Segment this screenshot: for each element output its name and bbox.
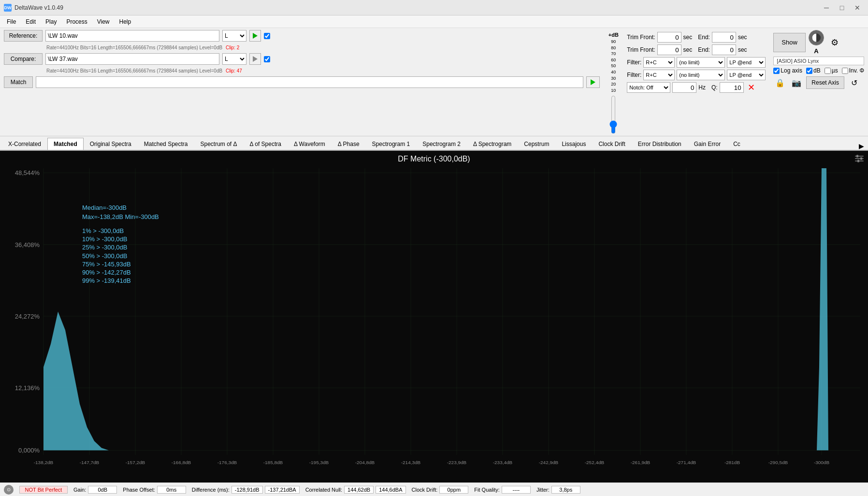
compare-file-input[interactable] [45, 53, 219, 65]
db-slider[interactable] [608, 95, 618, 134]
db-checkbox-label[interactable]: dB [806, 67, 821, 74]
menu-process[interactable]: Process [61, 16, 92, 27]
maximize-button[interactable]: □ [835, 3, 849, 13]
settings-button[interactable]: ⚙ [827, 35, 842, 50]
tab-delta-waveform[interactable]: Δ Waveform [288, 137, 332, 150]
trim-front-cmp-input[interactable] [657, 44, 681, 55]
menu-play[interactable]: Play [41, 16, 61, 27]
menu-edit[interactable]: Edit [21, 16, 41, 27]
inv-phi-checkbox[interactable] [842, 68, 848, 74]
svg-text:36,408%: 36,408% [15, 241, 40, 248]
tab-error-distribution[interactable]: Error Distribution [632, 137, 688, 150]
trim-end-ref-input[interactable] [712, 32, 736, 43]
trim-front-row2: Trim Front: sec End: sec [627, 44, 766, 55]
reference-button[interactable]: Reference: [4, 30, 43, 42]
svg-text:-223,9dB: -223,9dB [447, 460, 467, 466]
filter2-limit[interactable]: (no limit) [677, 70, 725, 80]
tab-delta-phase[interactable]: Δ Phase [332, 137, 366, 150]
inv-phi-checkbox-label[interactable]: Inv. Φ [842, 67, 864, 74]
log-axis-checkbox[interactable] [773, 68, 780, 74]
us-checkbox[interactable] [825, 68, 831, 74]
difference-value: -128,91dB [231, 486, 263, 494]
notch-select[interactable]: Notch: Off [627, 82, 670, 93]
bottom-icons-row: 🔒 📷 Reset Axis ↺ [773, 76, 864, 89]
camera-button[interactable]: 📷 [790, 76, 803, 89]
reset-axis-button[interactable]: Reset Axis [806, 76, 844, 89]
reference-file-info: Rate=44100Hz Bits=16 Length=165506,66666… [46, 45, 600, 50]
compare-checkbox[interactable] [264, 56, 270, 62]
close-button[interactable]: ✕ [851, 3, 864, 13]
notch-clear-button[interactable]: ✕ [748, 82, 755, 93]
tab-matched-spectra[interactable]: Matched Spectra [138, 137, 194, 150]
svg-marker-2 [591, 79, 595, 85]
tabs-scroll-right[interactable]: ▶ [859, 142, 864, 150]
filter1-limit[interactable]: (no limit) [677, 57, 725, 68]
reference-play-button[interactable] [249, 30, 261, 42]
minimize-button[interactable]: ─ [820, 3, 833, 13]
reference-checkbox[interactable] [264, 33, 270, 39]
refresh-button[interactable]: ↺ [847, 76, 861, 89]
contrast-button[interactable] [809, 30, 824, 45]
title-bar: DW DeltaWave v1.0.49 ─ □ ✕ [0, 0, 868, 15]
svg-text:12,136%: 12,136% [15, 385, 40, 392]
db-checkbox[interactable] [806, 68, 812, 74]
svg-text:48,544%: 48,544% [15, 170, 40, 177]
show-button[interactable]: Show [773, 33, 806, 52]
match-play-button[interactable] [586, 76, 600, 88]
tab-spectrogram-1[interactable]: Spectrogram 1 [366, 137, 417, 150]
notch-hz-input[interactable] [672, 82, 696, 93]
compare-row: Compare: L R [4, 53, 600, 65]
filter1-type[interactable]: R+C [643, 57, 675, 68]
tab-original-spectra[interactable]: Original Spectra [84, 137, 138, 150]
tab-clock-drift[interactable]: Clock Drift [592, 137, 631, 150]
us-checkbox-label[interactable]: µs [825, 67, 838, 74]
reference-row: Reference: L R [4, 30, 600, 42]
svg-text:-242,9dB: -242,9dB [539, 460, 559, 466]
notch-q-input[interactable] [720, 82, 744, 93]
svg-text:24,272%: 24,272% [15, 313, 40, 320]
svg-text:-281dB: -281dB [724, 460, 740, 466]
compare-channel-select[interactable]: L R [222, 53, 246, 65]
svg-text:-176,3dB: -176,3dB [217, 460, 237, 466]
svg-point-9 [857, 160, 860, 162]
match-button[interactable]: Match [4, 76, 33, 88]
compare-play-button[interactable] [249, 53, 261, 65]
tab-more[interactable]: Cc [727, 137, 747, 150]
filter2-end[interactable]: LP @end [727, 70, 766, 80]
svg-text:-195,3dB: -195,3dB [309, 460, 329, 466]
chart-title: DF Metric (-300,0dB) [0, 151, 868, 165]
log-axis-label[interactable]: Log axis [773, 67, 802, 74]
menu-file[interactable]: File [2, 16, 21, 27]
db-scale: 90 80 70 60 50 40 30 20 10 [611, 39, 616, 93]
phase-offset-item: Phase Offset: 0ms [123, 486, 186, 494]
menu-help[interactable]: Help [115, 16, 136, 27]
svg-text:-138,2dB: -138,2dB [34, 460, 54, 466]
tab-cepstrum[interactable]: Cepstrum [518, 137, 555, 150]
tab-x-correlated[interactable]: X-Correlated [2, 137, 47, 150]
tab-delta-spectrogram[interactable]: Δ Spectrogram [467, 137, 518, 150]
tab-spectrogram-2[interactable]: Spectrogram 2 [416, 137, 467, 150]
compare-button[interactable]: Compare: [4, 53, 43, 65]
filter1-end[interactable]: LP @end [727, 57, 766, 68]
difference-item: Difference (ms): -128,91dB -137,21dBA [192, 486, 300, 494]
status-icon: ⊙ [4, 485, 14, 495]
tab-delta-of-spectra[interactable]: Δ of Spectra [244, 137, 288, 150]
chart-x-axis-spacer [0, 469, 868, 482]
tab-bar: X-Correlated Matched Original Spectra Ma… [0, 136, 868, 151]
tab-spectrum-of-delta[interactable]: Spectrum of Δ [194, 137, 243, 150]
svg-text:-252,4dB: -252,4dB [585, 460, 605, 466]
trim-end-cmp-input[interactable] [712, 44, 736, 55]
reference-file-input[interactable] [45, 30, 219, 42]
reference-channel-select[interactable]: L R [222, 30, 246, 42]
chart-settings-icon[interactable] [854, 154, 864, 165]
lock-button[interactable]: 🔒 [773, 76, 787, 89]
compare-clip-badge: Clip: 47 [226, 68, 242, 73]
tab-matched[interactable]: Matched [47, 138, 84, 150]
filter2-type[interactable]: R+C [643, 70, 675, 80]
menu-view[interactable]: View [92, 16, 115, 27]
chart-svg: 48,544% 36,408% 24,272% 12,136% 0,000% -… [0, 168, 868, 469]
tab-gain-error[interactable]: Gain Error [688, 137, 727, 150]
tab-lissajous[interactable]: Lissajous [555, 137, 592, 150]
notch-row: Notch: Off Hz Q: ✕ [627, 82, 766, 93]
trim-front-ref-input[interactable] [657, 32, 681, 43]
